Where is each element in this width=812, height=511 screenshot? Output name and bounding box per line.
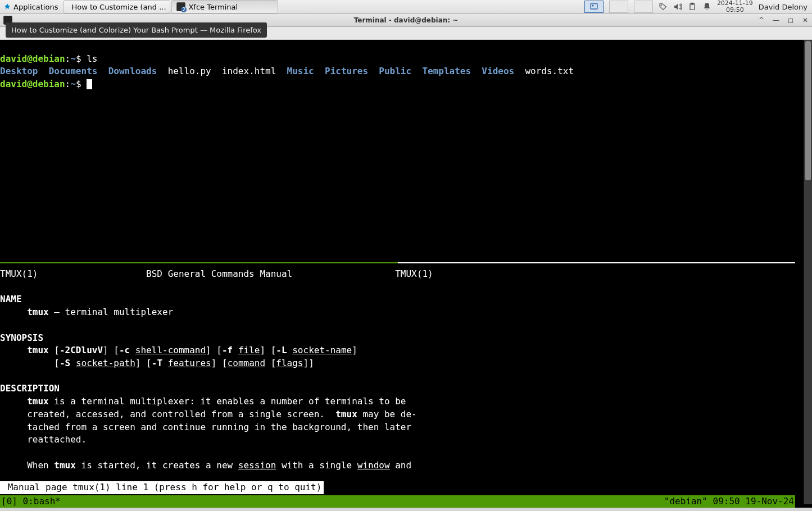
tag-icon[interactable] [659,2,668,11]
tmux-status-right: "debian" 09:50 19-Nov-24 [664,495,794,508]
man-header-left: TMUX(1) [0,268,38,279]
man-name-heading: NAME [0,294,22,304]
terminal-scrollbar[interactable] [804,40,812,504]
volume-icon[interactable] [673,2,682,11]
ls-documents: Documents [49,66,98,76]
shade-button[interactable]: ^ [757,16,766,25]
man-header-right: TMUX(1) [395,268,433,279]
divider-inactive [398,262,796,263]
ls-index: index.html [222,66,276,76]
prompt-symbol: $ [76,53,81,64]
svg-rect-1 [592,5,593,7]
window-controls: ^ — ◻ ✕ [757,16,810,25]
window-resize-edge[interactable] [0,508,812,511]
workspace-2[interactable] [634,1,653,13]
xfce-panel: Applications How to Customize (and ... X… [0,0,812,14]
clock-time: 09:50 [717,7,753,13]
tmux-status-left: [0] 0:bash* [1,495,61,508]
taskbar-terminal[interactable]: Xfce Terminal [171,0,278,13]
command-ls: ls [87,53,97,64]
terminal-content[interactable]: david@debian:~$ ls Desktop Documents Dow… [0,40,804,508]
minimize-button[interactable]: — [772,16,781,25]
tmux-pane-divider[interactable] [0,262,795,263]
svg-point-2 [661,5,661,6]
pane-top[interactable]: david@debian:~$ ls Desktop Documents Dow… [0,53,804,91]
tmux-statusbar: [0] 0:bash* "debian" 09:50 19-Nov-24 [0,495,795,508]
taskbar-terminal-label: Xfce Terminal [188,3,238,11]
man-desc-heading: DESCRIPTION [0,383,60,394]
ls-templates: Templates [422,66,471,76]
panel-right: 2024-11-19 09:50 David Delony [584,0,812,13]
ls-music: Music [287,66,314,76]
tooltip: How to Customize (and Colorize) Your Bas… [6,22,267,38]
cursor [87,79,92,89]
close-button[interactable]: ✕ [801,16,810,25]
prompt-user: david@debian [0,53,65,64]
notification-icon[interactable] [702,2,711,11]
man-statusline: Manual page tmux(1) line 1 (press h for … [0,481,324,494]
maximize-button[interactable]: ◻ [786,16,795,25]
terminal-icon [176,2,185,11]
pane-bottom-manpage[interactable]: TMUX(1) BSD General Commands Manual TMUX… [0,268,795,472]
ls-desktop: Desktop [0,66,38,76]
svg-rect-4 [691,3,693,4]
user-menu[interactable]: David Delony [759,3,808,11]
xfce-logo-icon [3,3,11,11]
man-syn-tmux: tmux [27,345,49,355]
prompt-path: ~ [70,53,76,64]
prompt-path-2: ~ [70,79,76,89]
workspace-1[interactable] [609,1,628,13]
man-name-desc: — terminal multiplexer [49,307,174,317]
show-desktop-button[interactable] [584,1,604,13]
show-desktop-icon [589,2,598,11]
ls-downloads: Downloads [108,66,157,76]
taskbar: How to Customize (and ... Xfce Terminal [63,0,278,13]
prompt-user-2: david@debian [0,79,65,89]
taskbar-firefox[interactable]: How to Customize (and ... [63,0,170,13]
divider-active [0,262,398,263]
ls-pictures: Pictures [325,66,368,76]
man-synopsis-heading: SYNOPSIS [0,332,43,343]
terminal-area[interactable]: david@debian:~$ ls Desktop Documents Dow… [0,40,812,508]
man-header-center: BSD General Commands Manual [146,268,292,279]
scrollbar-thumb[interactable] [805,41,811,180]
panel-clock[interactable]: 2024-11-19 09:50 [717,0,753,13]
window-title: Terminal - david@debian: ~ [354,16,459,24]
svg-rect-0 [591,4,597,9]
applications-label: Applications [13,3,58,11]
ls-words: words.txt [525,66,574,76]
clipboard-icon[interactable] [688,2,697,11]
ls-public: Public [379,66,411,76]
taskbar-firefox-label: How to Customize (and ... [71,3,166,11]
ls-videos: Videos [482,66,514,76]
ls-hello: hello.py [168,66,211,76]
man-name-tmux: tmux [27,307,49,317]
applications-menu[interactable]: Applications [0,0,61,13]
